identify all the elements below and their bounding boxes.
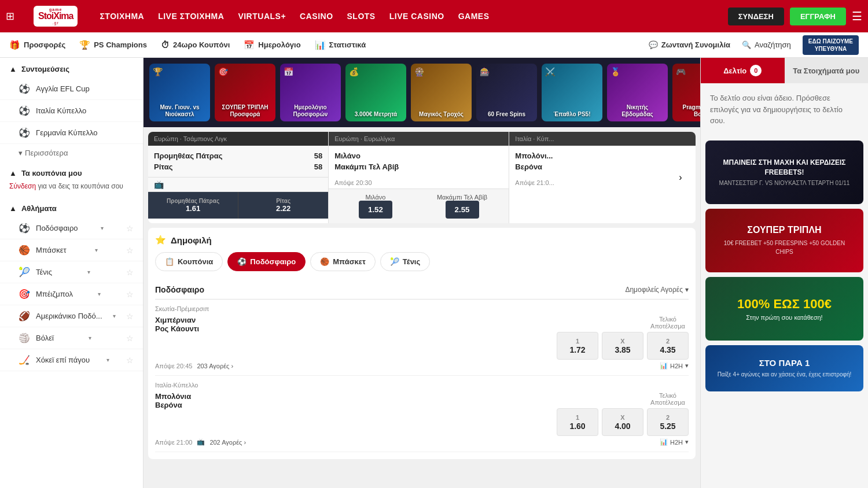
sidebar-item-baseball[interactable]: 🎯 Μπέιζμπολ ▾ ☆ xyxy=(0,283,143,305)
sidebar-item-england-efl[interactable]: ⚽ Αγγλία EFL Cup xyxy=(0,78,143,100)
italy-markets-link[interactable]: 202 Αγορές › xyxy=(209,439,246,446)
sidebar-item-italy-cup[interactable]: ⚽ Ιταλία Κύπελλο xyxy=(0,100,143,122)
right-promo-ps-champions[interactable]: ΜΠΑΙΝΕΙΣ ΣΤΗ ΜΑΧΗ ΚΑΙ ΚΕΡΔΙΖΕΙΣ FREEBETS… xyxy=(705,141,863,204)
promo-card-pragmatic[interactable]: 🎮 Pragmatic Buy Bonus xyxy=(672,64,700,121)
match-next-button[interactable]: › xyxy=(671,168,690,187)
match2-odd2-button[interactable]: 2.55 xyxy=(446,201,479,219)
live-chat-button[interactable]: 💬 Ζωντανή Συνομιλία xyxy=(649,40,730,49)
tab-coupons[interactable]: 📋 Κουπόνια xyxy=(155,252,223,271)
scotland-h2h-button[interactable]: 📊 H2H ▾ xyxy=(660,362,689,369)
scotland-oddX-button[interactable]: Χ 3.85 xyxy=(602,332,643,360)
italy-h2h-button[interactable]: 📊 H2H ▾ xyxy=(660,438,689,446)
scotland-match-footer: Απόψε 20:45 203 Αγορές › 📊 H2H ▾ xyxy=(155,362,689,369)
nav-live-casino[interactable]: LIVE CASINO xyxy=(389,12,444,21)
top-navigation: ⊞ game StoiXima .gr ΣΤΟΙΧΗΜΑ LIVE ΣΤΟΙΧΗ… xyxy=(0,0,868,32)
football-icon-3: ⚽ xyxy=(19,127,30,138)
sidebar-item-football[interactable]: ⚽ Ποδόσφαιρο ▾ ☆ xyxy=(0,217,143,239)
nav-slots[interactable]: SLOTS xyxy=(347,12,376,21)
fav-icon-volleyball[interactable]: ☆ xyxy=(126,334,134,343)
coupons-login-link[interactable]: Σύνδεση xyxy=(9,182,36,190)
tab-basketball[interactable]: 🏀 Μπάσκετ xyxy=(310,252,376,271)
search-button[interactable]: 🔍 Αναζήτηση xyxy=(742,40,791,49)
italy-odd1-button[interactable]: 1 1.60 xyxy=(557,408,598,436)
sidebar-item-volleyball[interactable]: 🏐 Βόλεϊ ▾ ☆ xyxy=(0,327,143,349)
fav-icon-baseball[interactable]: ☆ xyxy=(126,290,134,299)
popular-markets-dropdown[interactable]: Δημοφιλείς Αγορές ▾ xyxy=(625,286,689,294)
promo-card-super-triple[interactable]: 🎯 ΣΟΥΠΕΡ ΤΡΙΠΛΗ Προσφορά xyxy=(215,64,275,121)
sports-section-title[interactable]: ▲ Αθλήματα xyxy=(0,197,143,217)
right-promo-para1[interactable]: ΣΤΟ ΠΑΡΑ 1 Παίξε 4+ αγώνες και αν χάσεις… xyxy=(705,345,863,391)
logo[interactable]: game StoiXima .gr xyxy=(29,3,82,29)
right-promo-super-triple[interactable]: ΣΟΥΠΕΡ ΤΡΙΠΛΗ 10€ FREEBET +50 FREESPINS … xyxy=(705,209,863,272)
match2-odd1-button[interactable]: 1.52 xyxy=(359,201,392,219)
coupon24-nav-item[interactable]: ⏱ 24ωρο Κουπόνι xyxy=(161,40,230,50)
popular-markets-label: Δημοφιλείς Αγορές xyxy=(625,286,683,294)
betslip-tab2-label: Τα Στοιχήματά μου xyxy=(793,66,859,75)
match1-teams: Προμηθέας Πάτρας 58 Ρίτας 58 xyxy=(148,146,328,177)
shortcuts-section-title[interactable]: ▲ Συντομεύσεις xyxy=(0,58,143,78)
rp-bonus100-text: 100% ΕΩΣ 100€ xyxy=(737,297,832,312)
stats-nav-item[interactable]: 📊 Στατιστικά xyxy=(315,40,366,50)
match1-odd2-button[interactable]: Ρίτας 2.22 xyxy=(238,192,328,219)
promo-card-ps-champions[interactable]: 🏆 Μαν. Γιουν. vs Νιούκαστλ xyxy=(149,64,210,121)
show-more-shortcuts[interactable]: ▾ Περισσότερα xyxy=(0,144,143,162)
nav-games[interactable]: GAMES xyxy=(458,12,490,21)
login-button[interactable]: ΣΥΝΔΕΣΗ xyxy=(728,8,784,25)
promo-card-free-spins[interactable]: 🎰 60 Free Spins xyxy=(476,64,537,121)
match3-league: Ιταλία · Κύπ... xyxy=(515,135,554,142)
match-block-1: Ευρώπη · Τσάμπιονς Λιγκ Προμηθέας Πάτρας… xyxy=(148,132,329,223)
tab-tennis[interactable]: 🎾 Τένις xyxy=(380,252,430,271)
fav-icon-ice-hockey[interactable]: ☆ xyxy=(126,356,134,365)
italy-oddX-button[interactable]: Χ 4.00 xyxy=(602,408,643,436)
right-promo-bonus100[interactable]: 100% ΕΩΣ 100€ Στην πρώτη σου κατάθεση! xyxy=(705,277,863,341)
offers-nav-item[interactable]: 🎁 Προσφορές xyxy=(9,40,65,50)
scotland-odd1-button[interactable]: 1 1.72 xyxy=(557,332,598,360)
sidebar-item-american-football[interactable]: 🏈 Αμερικάνικο Ποδό... ▾ ☆ xyxy=(0,305,143,327)
match3-teams: Μπολόνι... Βερόνα xyxy=(509,146,696,177)
fav-icon-tennis[interactable]: ☆ xyxy=(126,268,134,277)
fav-icon-football[interactable]: ☆ xyxy=(126,224,134,233)
grid-icon[interactable]: ⊞ xyxy=(6,10,14,23)
promo-card-counter[interactable]: 💰 3.000€ Μετρητά xyxy=(345,64,406,121)
match1-odd2-value: 2.22 xyxy=(276,204,290,213)
nav-virtuals[interactable]: VIRTUALS+ xyxy=(238,12,286,21)
search-label: Αναζήτηση xyxy=(755,40,791,49)
promo-card-ps5[interactable]: ⚔️ Έπαθλο PS5! xyxy=(542,64,602,121)
fav-icon-basketball[interactable]: ☆ xyxy=(126,246,134,255)
nav-live-stoixima[interactable]: LIVE ΣΤΟΙΧΗΜΑ xyxy=(158,12,224,21)
promo-card-calendar[interactable]: 📅 Ημερολόγιο Προσφορών xyxy=(280,64,341,121)
scotland-markets-link[interactable]: 203 Αγορές › xyxy=(197,363,233,369)
tv-icon-match1[interactable]: 📺 xyxy=(154,180,164,189)
betslip-tab-active[interactable]: Δελτίο 0 xyxy=(701,58,785,83)
promo-card-winner[interactable]: 🏅 Νικητής Εβδομάδας xyxy=(607,64,668,121)
match1-odd1-button[interactable]: Προμηθέας Πάτρας 1.61 xyxy=(148,192,238,219)
register-button[interactable]: ΕΓΓΡΑΦΗ xyxy=(790,8,846,25)
italy-odd2-button[interactable]: 2 5.25 xyxy=(647,408,689,436)
sidebar-item-basketball[interactable]: 🏀 Μπάσκετ ▾ ☆ xyxy=(0,239,143,261)
nav-stoixima[interactable]: ΣΤΟΙΧΗΜΑ xyxy=(100,12,144,21)
match2-league: Ευρώπη · Ευρωλίγκα xyxy=(334,135,395,142)
sidebar-item-germany-cup[interactable]: ⚽ Γερμανία Κύπελλο xyxy=(0,122,143,144)
calendar-label: Ημερολόγιο xyxy=(258,40,300,49)
betslip-tab-my-bets[interactable]: Τα Στοιχήματά μου xyxy=(785,58,869,83)
sidebar-shortcut-label: Αγγλία EFL Cup xyxy=(36,84,90,93)
fav-icon-am-football[interactable]: ☆ xyxy=(126,312,134,321)
match1-odd1-label: Προμηθέας Πάτρας xyxy=(150,198,236,204)
match2-odd2-value: 2.55 xyxy=(455,205,470,214)
ps-champions-nav-item[interactable]: 🏆 PS Champions xyxy=(79,40,147,50)
italy-teams-block: Μπολόνια Βερόνα xyxy=(155,392,552,409)
scotland-odd2-button[interactable]: 2 4.35 xyxy=(647,332,689,360)
promo-card-magic-wheel[interactable]: 🎡 Μαγικός Τροχός xyxy=(411,64,472,121)
scotland-odds-block: Τελικό Αποτέλεσμα 1 1.72 Χ 3.85 xyxy=(557,316,689,360)
ps-champions-label: PS Champions xyxy=(94,40,147,49)
rp-para1-text: ΣΤΟ ΠΑΡΑ 1 xyxy=(759,358,810,368)
hamburger-icon[interactable]: ☰ xyxy=(852,9,862,23)
nav-casino[interactable]: CASINO xyxy=(300,12,333,21)
calendar-nav-item[interactable]: 📅 Ημερολόγιο xyxy=(244,40,300,50)
tab-football[interactable]: ⚽ Ποδόσφαιρο xyxy=(227,252,306,271)
italy-odd2-value: 5.25 xyxy=(650,422,686,431)
sidebar-item-ice-hockey[interactable]: 🏒 Χόκεϊ επί πάγου ▾ ☆ xyxy=(0,349,143,371)
coupon24-label: 24ωρο Κουπόνι xyxy=(173,40,230,49)
sidebar-item-tennis[interactable]: 🎾 Τένις ▾ ☆ xyxy=(0,261,143,283)
ice-hockey-label: Χόκεϊ επί πάγου xyxy=(36,356,90,364)
